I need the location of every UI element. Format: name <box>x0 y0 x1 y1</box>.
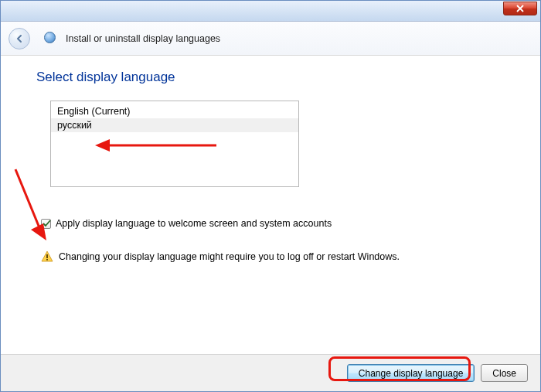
warning-row: Changing your display language might req… <box>41 251 511 263</box>
back-button[interactable] <box>9 28 30 49</box>
close-button[interactable]: Close <box>481 364 528 382</box>
window-close-button[interactable] <box>503 2 537 15</box>
svg-rect-1 <box>46 259 48 261</box>
footer: Change display language Close <box>1 354 540 391</box>
warning-icon <box>41 251 53 263</box>
language-listbox[interactable]: English (Current) русский <box>50 101 299 187</box>
content-area: Select display language English (Current… <box>1 56 540 354</box>
titlebar <box>1 1 540 22</box>
dialog-window: Install or uninstall display languages S… <box>0 0 541 392</box>
svg-rect-0 <box>46 254 48 258</box>
wizard-header: Install or uninstall display languages <box>1 22 540 56</box>
arrow-left-icon <box>14 33 25 44</box>
language-item[interactable]: English (Current) <box>51 104 298 118</box>
checkbox-row: Apply display language to welcome screen… <box>41 218 511 229</box>
globe-icon <box>44 32 58 46</box>
close-icon <box>515 5 525 12</box>
wizard-title: Install or uninstall display languages <box>66 33 220 44</box>
page-heading: Select display language <box>36 70 511 85</box>
checkmark-icon <box>42 219 51 228</box>
warning-text: Changing your display language might req… <box>59 251 400 262</box>
apply-welcome-checkbox[interactable] <box>41 219 51 229</box>
checkbox-label: Apply display language to welcome screen… <box>56 218 332 229</box>
language-item[interactable]: русский <box>51 118 298 132</box>
change-language-button[interactable]: Change display language <box>347 364 475 382</box>
